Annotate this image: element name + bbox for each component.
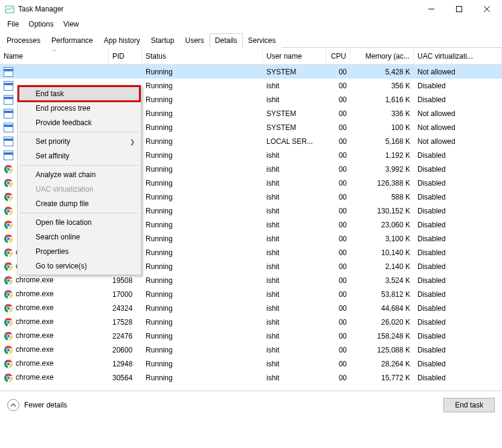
col-name[interactable]: Name︿ bbox=[0, 48, 109, 64]
col-uac[interactable]: UAC virtualizati... bbox=[414, 48, 502, 64]
cell-uac: Disabled bbox=[414, 179, 502, 187]
maximize-button[interactable] bbox=[445, 0, 473, 18]
cell-status: Running bbox=[142, 346, 263, 354]
cell-uac: Disabled bbox=[414, 262, 502, 271]
cell-cpu: 00 bbox=[326, 221, 350, 229]
cell-memory: 3,100 K bbox=[350, 235, 414, 243]
cell-memory: 53,812 K bbox=[350, 290, 414, 299]
col-user[interactable]: User name bbox=[263, 48, 326, 64]
col-status[interactable]: Status bbox=[142, 48, 263, 64]
ctx-search-online[interactable]: Search online bbox=[19, 230, 140, 244]
process-icon bbox=[4, 95, 13, 105]
cell-uac: Disabled bbox=[414, 248, 502, 257]
svg-rect-2 bbox=[457, 7, 462, 12]
tab-performance[interactable]: Performance bbox=[46, 33, 98, 48]
cell-uac: Disabled bbox=[414, 151, 502, 160]
ctx-open-file-location[interactable]: Open file location bbox=[19, 215, 140, 230]
table-row[interactable]: chrome.exe17000Runningishit0053,812 KDis… bbox=[0, 287, 502, 301]
ctx-analyze-wait-chain[interactable]: Analyze wait chain bbox=[19, 167, 140, 182]
end-task-button[interactable]: End task bbox=[443, 398, 495, 412]
cell-user: ishit bbox=[263, 235, 326, 243]
cell-uac: Disabled bbox=[414, 318, 502, 326]
ctx-provide-feedback[interactable]: Provide feedback bbox=[19, 115, 140, 130]
table-row[interactable]: chrome.exe20600Runningishit00125,088 KDi… bbox=[0, 343, 502, 357]
cell-uac: Not allowed bbox=[414, 68, 502, 76]
cell-memory: 1,616 K bbox=[350, 96, 414, 104]
tab-details[interactable]: Details bbox=[210, 33, 243, 48]
ctx-create-dump-file[interactable]: Create dump file bbox=[19, 196, 140, 211]
cell-name: chrome.exe bbox=[0, 373, 109, 383]
table-row[interactable]: chrome.exe30564Runningishit0015,772 KDis… bbox=[0, 371, 502, 385]
minimize-button[interactable] bbox=[417, 0, 445, 18]
col-cpu[interactable]: CPU bbox=[326, 48, 350, 64]
tab-startup[interactable]: Startup bbox=[146, 33, 180, 48]
table-row[interactable]: chrome.exe19508Runningishit003,524 KDisa… bbox=[0, 273, 502, 287]
cell-uac: Disabled bbox=[414, 165, 502, 174]
tab-app-history[interactable]: App history bbox=[98, 33, 146, 48]
chrome-icon bbox=[4, 178, 13, 188]
close-button[interactable] bbox=[473, 0, 501, 18]
table-row[interactable]: chrome.exe17528Runningishit0026,020 KDis… bbox=[0, 315, 502, 329]
sort-indicator-icon: ︿ bbox=[52, 48, 57, 53]
cell-cpu: 00 bbox=[326, 235, 350, 243]
menu-view[interactable]: View bbox=[59, 19, 84, 30]
cell-cpu: 00 bbox=[326, 123, 350, 132]
cell-memory: 1,192 K bbox=[350, 151, 414, 160]
cell-cpu: 00 bbox=[326, 207, 350, 215]
cell-user: ishit bbox=[263, 290, 326, 299]
ctx-end-task[interactable]: End task bbox=[19, 86, 140, 101]
fewer-details-button[interactable]: Fewer details bbox=[7, 399, 67, 411]
process-icon bbox=[4, 151, 13, 160]
chrome-icon bbox=[4, 304, 13, 313]
cell-cpu: 00 bbox=[326, 374, 350, 382]
cell-uac: Not allowed bbox=[414, 123, 502, 132]
fewer-details-label: Fewer details bbox=[24, 401, 67, 409]
col-memory[interactable]: Memory (ac... bbox=[350, 48, 414, 64]
table-row[interactable]: chrome.exe22476Runningishit00158,248 KDi… bbox=[0, 329, 502, 343]
tab-services[interactable]: Services bbox=[243, 33, 282, 48]
cell-cpu: 00 bbox=[326, 109, 350, 118]
tab-users[interactable]: Users bbox=[179, 33, 209, 48]
cell-memory: 125,088 K bbox=[350, 346, 414, 354]
col-pid[interactable]: PID bbox=[109, 48, 142, 64]
ctx-go-to-services[interactable]: Go to service(s) bbox=[19, 259, 140, 273]
cell-status: Running bbox=[142, 96, 263, 104]
menu-options[interactable]: Options bbox=[24, 19, 58, 30]
cell-status: Running bbox=[142, 68, 263, 76]
cell-name: chrome.exe bbox=[0, 359, 109, 369]
process-name: chrome.exe bbox=[16, 276, 54, 284]
cell-pid: 22476 bbox=[109, 332, 142, 340]
process-name: chrome.exe bbox=[16, 317, 54, 326]
cell-user: ishit bbox=[263, 248, 326, 257]
cell-name: chrome.exe bbox=[0, 345, 109, 355]
ctx-set-affinity[interactable]: Set affinity bbox=[19, 149, 140, 163]
cell-uac: Disabled bbox=[414, 96, 502, 104]
chevron-up-icon bbox=[7, 399, 19, 411]
cell-user: ishit bbox=[263, 262, 326, 271]
tab-processes[interactable]: Processes bbox=[1, 33, 46, 48]
cell-cpu: 00 bbox=[326, 332, 350, 340]
cell-user: SYSTEM bbox=[263, 68, 326, 76]
cell-name: chrome.exe bbox=[0, 304, 109, 313]
menu-file[interactable]: File bbox=[2, 19, 24, 30]
cell-user: ishit bbox=[263, 82, 326, 90]
ctx-end-process-tree[interactable]: End process tree bbox=[19, 101, 140, 115]
process-name: chrome.exe bbox=[16, 304, 54, 312]
table-row[interactable]: chrome.exe12948Runningishit0028,264 KDis… bbox=[0, 357, 502, 371]
process-icon bbox=[4, 137, 13, 146]
cell-pid: 30564 bbox=[109, 374, 142, 382]
cell-status: Running bbox=[142, 123, 263, 132]
chrome-icon bbox=[4, 359, 13, 369]
cell-uac: Disabled bbox=[414, 304, 502, 313]
process-name: chrome.exe bbox=[16, 373, 54, 381]
cell-cpu: 00 bbox=[326, 360, 350, 368]
cell-status: Running bbox=[142, 137, 263, 146]
cell-name: chrome.exe bbox=[0, 331, 109, 341]
col-name-label: Name bbox=[4, 52, 23, 60]
table-row[interactable]: RunningSYSTEM005,428 KNot allowed bbox=[0, 65, 502, 79]
ctx-properties[interactable]: Properties bbox=[19, 244, 140, 259]
cell-memory: 100 K bbox=[350, 123, 414, 132]
ctx-set-priority[interactable]: Set priority❯ bbox=[19, 134, 140, 149]
process-name: chrome.exe bbox=[16, 331, 54, 340]
table-row[interactable]: chrome.exe24324Runningishit0044,684 KDis… bbox=[0, 301, 502, 315]
